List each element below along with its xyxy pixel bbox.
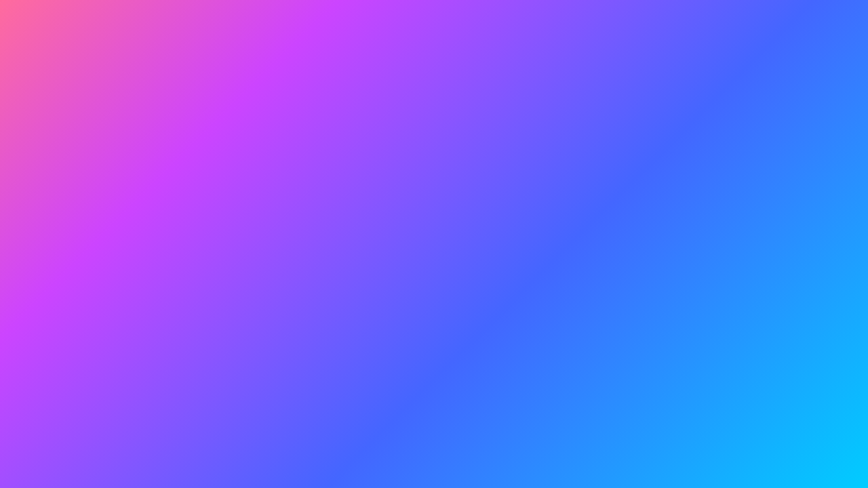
desktop-icon-sidebar: 🖥: [330, 135, 336, 142]
desktop-icon-task[interactable]: T Task Backup: [65, 212, 99, 244]
force-remove-button[interactable]: Force Remove Office: [549, 308, 631, 321]
office-logo-icon: 🅾: [564, 216, 583, 239]
desktop-icon-format2[interactable]: ⚙ Format Factory: [65, 80, 99, 118]
desktop-icon-photoshop[interactable]: Ps Photoshop: [31, 417, 65, 449]
sidebar-desktop[interactable]: 🖥 Desktop: [328, 134, 396, 143]
lang-cs-cz: cs-CZ: [778, 292, 818, 298]
folder-icon-title: 📁: [328, 85, 335, 92]
setup-play-button[interactable]: ▶: [340, 310, 356, 326]
desktop-icon-recuva[interactable]: R Recuva: [31, 253, 65, 285]
icon-label: Recuva: [31, 279, 65, 285]
ctrl-all-btn[interactable]: Ctrl: [789, 215, 804, 224]
setup-close-button[interactable]: Close: [321, 365, 375, 381]
setup-title-text: Microsoft: [186, 165, 228, 174]
setup-title-label: Microsoft: [200, 165, 228, 173]
desktop-icon-picpick[interactable]: P PicPick: [31, 338, 65, 369]
lang-da-dk: da-DK: [778, 299, 818, 305]
desktop-icon-ultraiso[interactable]: 💿 UltraISO: [31, 80, 65, 112]
oi-window-controls: ─ ✕: [796, 185, 819, 195]
cb-ppt: PowerPoint: [642, 284, 707, 291]
oi-minimize[interactable]: ─: [796, 185, 807, 195]
table-row[interactable]: 📄File cai dat ca cac San Office 18/12/20…: [402, 145, 795, 155]
icon-label: Name Folder: [106, 363, 140, 369]
maximize-button[interactable]: □: [772, 83, 783, 93]
install-office-button[interactable]: Install Office: [549, 268, 631, 286]
volume-select[interactable]: ProPlus 2021 Volume: [642, 228, 767, 241]
cb-word: Word: [642, 243, 707, 250]
address-bar[interactable]: 📁 Office 2021 >: [350, 109, 698, 121]
checkboxes-area: Word Excel Access Outlook OneNote PowerP…: [642, 243, 818, 359]
desktop-icon-lnk[interactable]: 🔗 Lnk kak 2: [65, 168, 99, 200]
desktop-icon-winrar[interactable]: 📦 7700-DUO: [31, 124, 65, 156]
desktop-icon-flstudio2[interactable]: ♪ FL Studio 20: [65, 382, 99, 413]
lang-ar-sa: ar-SA: [778, 279, 818, 285]
all-btn[interactable]: All: [806, 215, 818, 224]
tab-home[interactable]: Home: [349, 97, 374, 107]
minimize-button[interactable]: ─: [760, 83, 771, 93]
search-placeholder: Search Office 2021: [704, 112, 750, 118]
desktop-icon-camtasia[interactable]: C Camtasia: [31, 293, 65, 325]
cb-outlook: Outlook: [642, 268, 707, 274]
desktop-icon-format-factory[interactable]: ⚙ Format Factory: [65, 33, 99, 70]
office-app-icons: W X O P: [574, 241, 607, 251]
tab-app-tools[interactable]: Application Tools: [427, 97, 487, 107]
setup-text-sub: Click Start to view your apps.: [304, 350, 392, 358]
sidebar-downloads-label: Downloads: [338, 144, 368, 151]
office-logo-area: 🅾 Office W X O P: [546, 214, 634, 254]
nav-up[interactable]: ↑: [344, 111, 347, 119]
icon-label: Format Factory: [65, 58, 99, 70]
desktop-icon-faststore[interactable]: F FastStore: [65, 338, 99, 369]
version-select[interactable]: Office 2013-2021: [642, 214, 787, 226]
search-box[interactable]: Search Office 2021 🔍: [701, 109, 795, 121]
cb-r-access: Access: [710, 260, 776, 266]
watermark: artistapirata.com.es: [12, 457, 856, 488]
oi-body: 🅾 Office W X O P Use Offline Installatio…: [538, 209, 822, 378]
table-row[interactable]: 📁Data fullcrack.vn 18/12/2021 05:51 File…: [402, 136, 795, 145]
sidebar-downloads[interactable]: ⬇ Downloads: [328, 143, 396, 152]
cb-r-onenote: OneNote: [710, 276, 776, 283]
check-status-button[interactable]: Check Status: [549, 328, 631, 343]
oi-menu-download[interactable]: Download Office: [647, 200, 692, 207]
desktop-icon-testdisk[interactable]: T TestDisk Gold: [65, 253, 99, 285]
icon-label: PC Backup: [31, 238, 65, 244]
lang-el-gr1: el-GR: [778, 319, 818, 325]
single-products-checkbox[interactable]: [770, 230, 778, 239]
network-circle: [347, 411, 366, 430]
powerpoint-icon: P: [600, 241, 606, 251]
uninstall-button[interactable]: Uninstall Ofc: [549, 290, 631, 304]
setup-close-x[interactable]: ✕: [498, 165, 509, 174]
icon-label: 7700-DUO: [31, 150, 65, 156]
checkbox-group-right: Word Excel Access Outlook OneNote PowerP…: [710, 243, 776, 359]
desktop-icon-backup[interactable]: 💾 PC Backup: [31, 212, 65, 244]
lang-de-de2: de-DE: [778, 312, 818, 319]
cb-skype: Skype for Business: [642, 300, 707, 307]
desktop-icon-folder[interactable]: 📁 Name Folder: [106, 338, 140, 369]
desktop-icon-flstudio[interactable]: ♪ a.: [31, 382, 65, 413]
oi-menu-about[interactable]: About: [698, 200, 714, 207]
desktop-icon-premiere[interactable]: Pr Premiere: [65, 417, 99, 449]
tab-manage[interactable]: Manage: [761, 97, 795, 107]
tab-share[interactable]: Share: [376, 97, 401, 107]
oi-close[interactable]: ✕: [808, 185, 819, 195]
icon-label: Task Backup: [65, 238, 99, 244]
search-icon[interactable]: 🔍: [784, 111, 792, 119]
close-button[interactable]: ✕: [785, 83, 795, 93]
desktop-icon-camtasia2021[interactable]: C Camtasia 2021: [65, 293, 99, 331]
nav-back[interactable]: ◀: [328, 111, 333, 119]
window-controls: ─ □ ✕: [760, 83, 795, 93]
cb-onenote: OneNote: [642, 276, 707, 283]
desktop-icon-excel[interactable]: X Excel: [31, 33, 65, 64]
desktop-icon-onedrive[interactable]: ☁ OneDrive: [31, 168, 65, 200]
row1-name: 📁Data fullcrack.vn: [402, 137, 577, 144]
tab-file[interactable]: File: [328, 97, 347, 107]
oi-menu-utils[interactable]: Utilities and Settings: [585, 200, 640, 207]
tab-view[interactable]: View: [403, 97, 425, 107]
col-size: Size: [752, 125, 795, 132]
oi-menu-main[interactable]: Main Window: [541, 200, 578, 207]
icon-label: a.: [31, 407, 65, 413]
nav-forward[interactable]: ▶: [336, 111, 341, 119]
file-explorer-title: Office 2021: [338, 84, 760, 92]
setup-body: 🦊: [182, 177, 513, 392]
icon-label: Camtasia: [31, 319, 65, 325]
desktop-icon-sndt[interactable]: X Sndt kak 1: [65, 124, 99, 156]
